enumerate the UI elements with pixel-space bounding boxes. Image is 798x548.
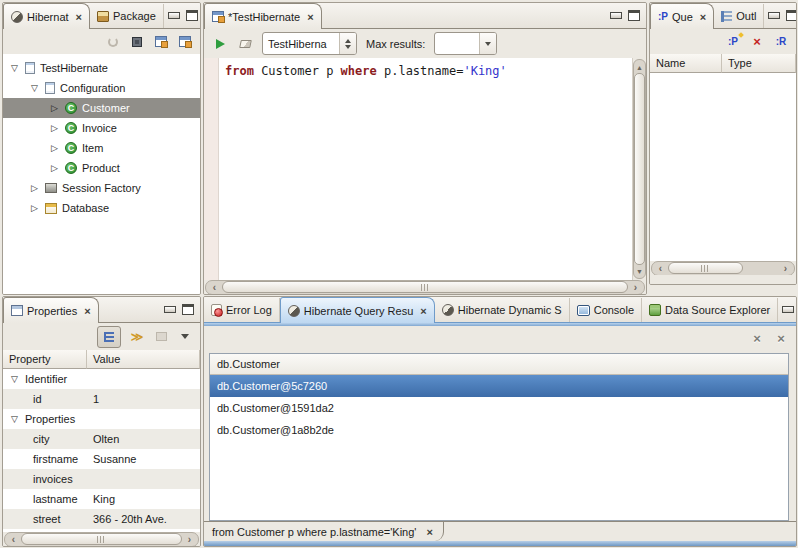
combo-spinner[interactable] bbox=[339, 33, 356, 54]
scroll-right-icon[interactable]: › bbox=[628, 282, 643, 293]
property-row-identifier[interactable]: ▽Identifier bbox=[3, 369, 200, 389]
connection-combo[interactable]: TestHiberna bbox=[262, 32, 357, 55]
close-result-button[interactable]: × bbox=[749, 330, 765, 348]
close-icon[interactable]: × bbox=[700, 12, 706, 22]
tab-properties[interactable]: Properties × bbox=[3, 297, 99, 323]
tab-package-explorer[interactable]: Package bbox=[90, 4, 164, 28]
minimize-icon[interactable] bbox=[782, 306, 794, 313]
minimize-icon[interactable] bbox=[164, 306, 176, 313]
tab-console[interactable]: Console bbox=[570, 298, 642, 322]
column-header-value[interactable]: Value bbox=[87, 350, 200, 369]
tab-hibernate-query-results[interactable]: Hibernate Query Resu × bbox=[280, 297, 435, 323]
tab-error-log[interactable]: Error Log bbox=[204, 298, 280, 322]
scroll-left-icon[interactable]: ‹ bbox=[6, 534, 21, 545]
property-row-id[interactable]: id 1 bbox=[3, 389, 200, 409]
expand-icon[interactable]: ▷ bbox=[49, 103, 60, 113]
close-icon[interactable]: × bbox=[76, 12, 82, 22]
max-results-combo[interactable] bbox=[434, 32, 497, 55]
scrollbar-thumb[interactable] bbox=[222, 281, 628, 293]
tree-item-product[interactable]: ▷ Product bbox=[3, 158, 200, 178]
tab-hibernate-dynamic-sql[interactable]: Hibernate Dynamic S bbox=[435, 298, 570, 322]
maximize-icon[interactable] bbox=[186, 10, 198, 21]
tree-item-configuration[interactable]: ▽ Configuration bbox=[3, 78, 200, 98]
maximize-icon[interactable] bbox=[786, 10, 797, 21]
close-icon[interactable]: × bbox=[307, 12, 313, 22]
clear-editor-button[interactable] bbox=[237, 35, 253, 53]
restore-default-button[interactable] bbox=[153, 328, 169, 346]
scrollbar-thumb[interactable] bbox=[634, 73, 645, 265]
column-header-type[interactable]: Type bbox=[722, 54, 796, 73]
expand-icon[interactable]: ▷ bbox=[49, 123, 60, 133]
scroll-right-icon[interactable]: › bbox=[778, 263, 793, 274]
editor-horizontal-scrollbar[interactable]: ‹ › bbox=[204, 280, 646, 294]
result-row[interactable]: db.Customer@1a8b2de bbox=[210, 419, 788, 441]
tab-outline[interactable]: Outl bbox=[714, 4, 764, 28]
scrollbar-thumb[interactable] bbox=[21, 533, 182, 545]
properties-horizontal-scrollbar[interactable]: ‹ › bbox=[3, 532, 200, 546]
show-categories-button[interactable] bbox=[97, 326, 121, 348]
expand-icon[interactable]: ▷ bbox=[49, 143, 60, 153]
tab-query-parameters[interactable]: :P Que × bbox=[650, 3, 714, 29]
add-parameter-button[interactable]: :P bbox=[725, 33, 741, 51]
scroll-left-icon[interactable]: ‹ bbox=[207, 282, 222, 293]
column-header-property[interactable]: Property bbox=[3, 350, 87, 369]
scroll-left-icon[interactable]: ‹ bbox=[653, 263, 668, 274]
scrollbar-track[interactable]: ‹ › bbox=[4, 532, 199, 547]
expand-icon[interactable]: ▽ bbox=[9, 63, 20, 73]
property-row-firstname[interactable]: firstname Susanne bbox=[3, 449, 200, 469]
hql-query-text[interactable]: from Customer p where p.lastname='King' bbox=[219, 58, 632, 280]
tree-item-database[interactable]: ▷ Database bbox=[3, 198, 200, 218]
property-row-properties[interactable]: ▽Properties bbox=[3, 409, 200, 429]
add-configuration-button[interactable] bbox=[129, 33, 145, 51]
tree-item-session-factory[interactable]: ▷ Session Factory bbox=[3, 178, 200, 198]
refresh-button[interactable] bbox=[105, 33, 121, 51]
tree-item-invoice[interactable]: ▷ Invoice bbox=[3, 118, 200, 138]
rename-parameter-button[interactable]: :R bbox=[773, 33, 789, 51]
property-row-lastname[interactable]: lastname King bbox=[3, 489, 200, 509]
scrollbar-track[interactable]: ‹ › bbox=[205, 280, 645, 295]
close-icon[interactable]: × bbox=[420, 306, 426, 316]
combo-dropdown-button[interactable] bbox=[479, 33, 496, 54]
scroll-down-icon[interactable]: ▼ bbox=[636, 265, 643, 277]
close-icon[interactable]: × bbox=[84, 306, 90, 316]
minimize-icon[interactable] bbox=[168, 12, 180, 19]
run-query-button[interactable] bbox=[212, 35, 228, 53]
tab-testhibernate-editor[interactable]: *TestHibernate × bbox=[204, 3, 322, 29]
result-row[interactable]: db.Customer@5c7260 bbox=[210, 375, 788, 397]
close-all-results-button[interactable]: × bbox=[773, 330, 789, 348]
tree-item-item[interactable]: ▷ Item bbox=[3, 138, 200, 158]
property-row-street[interactable]: street 366 - 20th Ave. bbox=[3, 509, 200, 529]
property-row-city[interactable]: city Olten bbox=[3, 429, 200, 449]
tab-hibernate-configurations[interactable]: Hibernat × bbox=[3, 3, 90, 29]
scrollbar-track[interactable]: ‹ › bbox=[651, 261, 795, 276]
tree-item-customer[interactable]: ▷ Customer bbox=[3, 98, 200, 118]
minimize-icon[interactable] bbox=[610, 12, 622, 19]
expand-icon[interactable]: ▽ bbox=[9, 414, 20, 424]
property-row-invoices[interactable]: invoices bbox=[3, 469, 200, 489]
editor-vertical-scrollbar[interactable]: ▲ ▼ bbox=[632, 58, 646, 280]
scroll-right-icon[interactable]: › bbox=[182, 534, 197, 545]
expand-icon[interactable]: ▽ bbox=[9, 374, 20, 384]
parameters-table-body[interactable] bbox=[650, 73, 796, 261]
scrollbar-track[interactable]: ▲ ▼ bbox=[633, 59, 646, 279]
maximize-icon[interactable] bbox=[628, 10, 640, 21]
maximize-icon[interactable] bbox=[182, 304, 194, 315]
expand-icon[interactable]: ▷ bbox=[29, 183, 40, 193]
parameters-horizontal-scrollbar[interactable]: ‹ › bbox=[650, 261, 796, 275]
open-criteria-editor-button[interactable] bbox=[177, 33, 193, 51]
result-row[interactable]: db.Customer@1591da2 bbox=[210, 397, 788, 419]
scroll-up-icon[interactable]: ▲ bbox=[636, 61, 643, 73]
tree-item-testhibernate[interactable]: ▽ TestHibernate bbox=[3, 58, 200, 78]
close-icon[interactable]: × bbox=[426, 527, 432, 537]
tab-result-query[interactable]: from Customer p where p.lastname='King' … bbox=[204, 522, 444, 541]
expand-icon[interactable]: ▷ bbox=[29, 203, 40, 213]
minimize-icon[interactable] bbox=[768, 12, 780, 19]
column-header-name[interactable]: Name bbox=[650, 54, 722, 73]
scrollbar-thumb[interactable] bbox=[668, 262, 743, 274]
open-query-editor-button[interactable] bbox=[153, 33, 169, 51]
expand-icon[interactable]: ▷ bbox=[49, 163, 60, 173]
results-column-header[interactable]: db.Customer bbox=[210, 354, 788, 375]
expand-icon[interactable]: ▽ bbox=[29, 83, 40, 93]
view-menu-button[interactable] bbox=[177, 328, 193, 346]
remove-parameter-button[interactable]: × bbox=[749, 33, 765, 51]
